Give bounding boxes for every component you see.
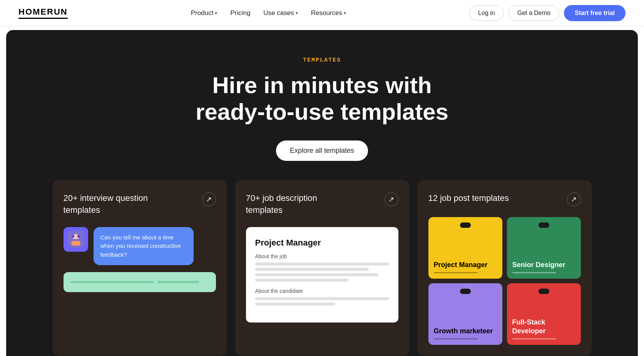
jd-content-lines-2 [255,297,389,306]
content-line [255,273,378,276]
jd-preview: Project Manager About the job About the … [246,227,398,323]
tile-job-title: Full-Stack Developer [512,318,575,335]
tile-job-title: Senior Designer [512,261,575,269]
job-post-tile-project-manager[interactable]: Project Manager [428,217,502,279]
jd-content-lines [255,262,389,282]
job-post-tile-fullstack-developer[interactable]: Full-Stack Developer [507,283,581,345]
hero-section: TEMPLATES Hire in minutes with ready-to-… [6,30,638,356]
tile-pill-icon [539,289,549,294]
tile-separator [512,338,557,339]
tile-separator [512,272,557,273]
avatar-illustration [64,227,88,252]
hero-eyebrow: TEMPLATES [303,57,341,64]
interview-question-bubble: Can you tell me about a time when you re… [94,227,194,266]
jd-section-about-job: About the job [255,253,389,259]
svg-point-4 [77,235,80,237]
tile-separator [434,338,478,339]
jd-title: Project Manager [255,238,389,248]
chevron-down-icon: ▾ [296,10,298,16]
card-title: 12 job post templates [428,192,509,204]
svg-point-3 [72,235,74,237]
trial-button[interactable]: Start free trial [564,5,626,21]
chevron-down-icon: ▾ [215,10,217,16]
interview-card[interactable]: 20+ interview question templates ↗ Can y… [53,180,227,356]
arrow-link-icon[interactable]: ↗ [202,192,216,206]
tile-pill-icon [460,289,471,294]
hero-title: Hire in minutes with ready-to-use templa… [176,72,468,125]
tile-job-title: Project Manager [434,261,497,269]
card-header: 70+ job description templates ↗ [246,192,398,216]
nav-pricing[interactable]: Pricing [226,7,255,19]
content-line [255,303,336,306]
tile-separator [434,272,478,273]
card-title: 20+ interview question templates [64,192,171,216]
arrow-link-icon[interactable]: ↗ [385,192,398,206]
content-line [255,262,389,266]
svg-rect-2 [71,241,80,246]
tile-pill-icon [539,222,549,228]
nav-use-cases[interactable]: Use cases ▾ [259,7,302,19]
answer-line [157,281,199,283]
nav-actions: Log in Get a Demo Start free trial [469,5,626,21]
jd-card[interactable]: 70+ job description templates ↗ Project … [235,180,409,356]
nav-product[interactable]: Product ▾ [186,7,222,19]
card-header: 20+ interview question templates ↗ [64,192,216,216]
tile-pill-icon [460,222,471,228]
job-post-grid: Project Manager Senior Designer Growth m… [428,217,581,345]
arrow-link-icon[interactable]: ↗ [567,192,581,206]
job-post-tile-growth-marketeer[interactable]: Growth marketeer [428,283,502,345]
nav-resources[interactable]: Resources ▾ [306,7,351,19]
demo-button[interactable]: Get a Demo [509,5,559,21]
nav-links: Product ▾ Pricing Use cases ▾ Resources … [186,7,351,19]
template-cards: 20+ interview question templates ↗ Can y… [53,180,592,356]
answer-line [70,281,154,283]
explore-templates-button[interactable]: Explore all templates [276,140,368,161]
content-line [255,268,369,271]
card-header: 12 job post templates ↗ [428,192,581,206]
job-post-tile-senior-designer[interactable]: Senior Designer [507,217,581,279]
tile-job-title: Growth marketeer [434,327,497,336]
card-title: 70+ job description templates [246,192,354,216]
jd-section-about-candidate: About the candidate [255,288,389,294]
interview-preview: Can you tell me about a time when you re… [64,227,216,266]
navigation: HOMERUN Product ▾ Pricing Use cases ▾ Re… [0,0,644,26]
jobpost-card[interactable]: 12 job post templates ↗ Project Manager … [418,180,592,356]
content-line [255,279,349,282]
chevron-down-icon: ▾ [344,10,346,16]
content-line [255,297,389,300]
logo[interactable]: HOMERUN [18,7,68,19]
login-button[interactable]: Log in [469,5,504,21]
answer-input-preview [64,272,216,292]
